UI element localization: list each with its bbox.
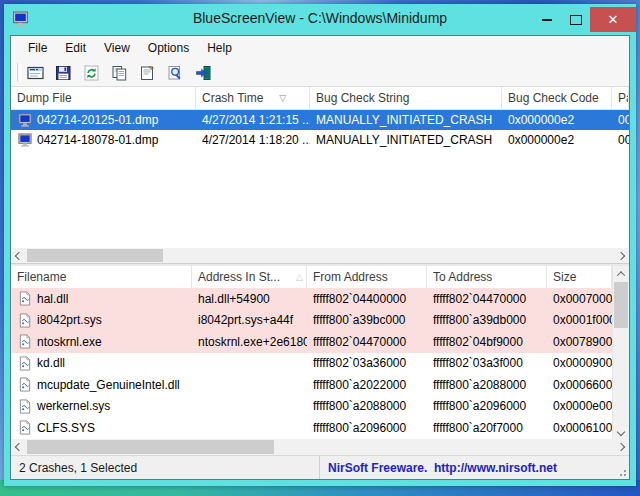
properties-icon: [139, 65, 156, 81]
table-row[interactable]: 042714-20125-01.dmp4/27/2014 1:21:15 ...…: [11, 110, 629, 130]
cell-address-in-stack: hal.dll+54900: [192, 292, 307, 306]
cell-dump-file: 042714-18078-01.dmp: [11, 133, 196, 148]
save-button[interactable]: [51, 62, 76, 84]
menu-edit[interactable]: Edit: [56, 38, 95, 58]
cell-from-address: fffff800`a2022000: [307, 378, 427, 392]
table-row[interactable]: i8042prt.sysi8042prt.sys+a44ffffff800`a3…: [11, 310, 612, 332]
cell-from-address: fffff800`a2096000: [307, 421, 427, 435]
cell-address-in-stack: i8042prt.sys+a44f: [192, 313, 307, 327]
advanced-options-button[interactable]: [23, 62, 48, 84]
status-bar: 2 Crashes, 1 Selected NirSoft Freeware. …: [11, 455, 629, 479]
column-header-bug-check-code[interactable]: Bug Check Code: [502, 87, 612, 109]
scroll-up-icon[interactable]: [613, 266, 629, 281]
maximize-button[interactable]: [561, 7, 590, 32]
save-icon: [55, 65, 72, 81]
cell-bug-check-code: 0x000000e2: [502, 113, 612, 127]
cell-size: 0x00070000: [547, 292, 612, 306]
refresh-icon: [83, 65, 100, 81]
cell-address-in-stack: ntoskrnl.exe+2e6180: [192, 335, 307, 349]
driver-file-icon: [17, 356, 33, 371]
scrollbar-thumb[interactable]: [27, 440, 274, 454]
table-row[interactable]: hal.dllhal.dll+54900fffff802`04400000fff…: [11, 288, 612, 310]
cell-to-address: fffff800`a2096000: [427, 399, 547, 413]
column-header-from-address[interactable]: From Address: [307, 266, 427, 288]
driver-file-icon: [17, 291, 33, 306]
menu-file[interactable]: File: [19, 38, 56, 58]
module-list-horizontal-scrollbar[interactable]: [11, 439, 629, 455]
module-list-body: hal.dllhal.dll+54900fffff802`04400000fff…: [11, 288, 612, 439]
minimize-button[interactable]: [532, 7, 561, 32]
exit-icon: [195, 65, 212, 81]
module-list-vertical-scrollbar[interactable]: [612, 266, 629, 439]
table-row[interactable]: werkernel.sysfffff800`a2088000fffff800`a…: [11, 396, 612, 418]
cell-filename: i8042prt.sys: [11, 313, 192, 328]
column-header-dump-file[interactable]: Dump File: [11, 87, 196, 109]
bluescreenview-window: BlueScreenView - C:\Windows\Minidump ✕ F…: [4, 4, 636, 486]
cell-size: 0x00009000: [547, 356, 612, 370]
menu-help[interactable]: Help: [198, 38, 241, 58]
refresh-button[interactable]: [79, 62, 104, 84]
cell-dump-file: 042714-20125-01.dmp: [11, 113, 196, 128]
nirsoft-link[interactable]: NirSoft Freeware. http://www.nirsoft.net: [328, 461, 557, 475]
cell-to-address: fffff800`a39db000: [427, 313, 547, 327]
table-row[interactable]: CLFS.SYSfffff800`a2096000fffff800`a20f70…: [11, 417, 612, 439]
driver-file-icon: [17, 399, 33, 414]
scrollbar-thumb[interactable]: [27, 249, 163, 262]
column-header-to-address[interactable]: To Address: [427, 266, 547, 288]
cell-to-address: fffff800`a20f7000: [427, 421, 547, 435]
driver-file-icon: [17, 313, 33, 328]
crash-list-header: Dump File Crash Time▽ Bug Check String B…: [11, 87, 629, 110]
module-list: Filename Address In St...△ From Address …: [11, 266, 629, 455]
cell-filename: kd.dll: [11, 356, 192, 371]
cell-size: 0x00066000: [547, 378, 612, 392]
cell-bug-check-string: MANUALLY_INITIATED_CRASH: [310, 133, 502, 147]
scroll-left-icon[interactable]: [11, 439, 27, 455]
cell-from-address: fffff800`a2088000: [307, 399, 427, 413]
client-area: File Edit View Options Help: [10, 35, 630, 480]
titlebar[interactable]: BlueScreenView - C:\Windows\Minidump ✕: [4, 4, 636, 35]
table-row[interactable]: 042714-18078-01.dmp4/27/2014 1:18:20 ...…: [11, 130, 629, 150]
scroll-down-icon[interactable]: [613, 424, 629, 439]
crash-list-body: 042714-20125-01.dmp4/27/2014 1:21:15 ...…: [11, 110, 629, 248]
column-header-parameter-1[interactable]: Pa: [612, 87, 629, 109]
column-header-filename[interactable]: Filename: [11, 266, 192, 288]
status-crash-count: 2 Crashes, 1 Selected: [11, 456, 320, 479]
scroll-left-icon[interactable]: [11, 248, 27, 263]
crash-list-horizontal-scrollbar[interactable]: [11, 248, 629, 263]
table-row[interactable]: mcupdate_GenuineIntel.dllfffff800`a20220…: [11, 374, 612, 396]
cell-bug-check-code: 0x000000e2: [502, 133, 612, 147]
column-header-crash-time[interactable]: Crash Time▽: [196, 87, 310, 109]
cell-from-address: fffff802`04400000: [307, 292, 427, 306]
advanced-options-icon: [27, 65, 44, 81]
column-header-size[interactable]: Size: [547, 266, 612, 288]
cell-to-address: fffff800`a2088000: [427, 378, 547, 392]
table-row[interactable]: kd.dllfffff802`03a36000fffff802`03a3f000…: [11, 353, 612, 375]
scroll-right-icon[interactable]: [613, 439, 629, 455]
dump-file-icon: [17, 113, 33, 128]
exit-button[interactable]: [191, 62, 216, 84]
cell-filename: mcupdate_GenuineIntel.dll: [11, 377, 192, 392]
scroll-right-icon[interactable]: [613, 248, 629, 263]
find-button[interactable]: [163, 62, 188, 84]
close-button[interactable]: ✕: [590, 7, 636, 32]
menu-view[interactable]: View: [95, 38, 139, 58]
cell-filename: CLFS.SYS: [11, 420, 192, 435]
scrollbar-thumb[interactable]: [614, 282, 628, 328]
copy-button[interactable]: [107, 62, 132, 84]
cell-filename: werkernel.sys: [11, 399, 192, 414]
cell-from-address: fffff802`04470000: [307, 335, 427, 349]
resize-grip-icon[interactable]: [617, 467, 627, 477]
sort-descending-icon: ▽: [279, 93, 286, 103]
properties-button[interactable]: [135, 62, 160, 84]
cell-filename: hal.dll: [11, 291, 192, 306]
cell-to-address: fffff802`04bf9000: [427, 335, 547, 349]
table-row[interactable]: ntoskrnl.exentoskrnl.exe+2e6180fffff802`…: [11, 331, 612, 353]
minimize-icon: [542, 19, 552, 21]
copy-icon: [111, 65, 128, 81]
menu-options[interactable]: Options: [139, 38, 198, 58]
column-header-address-in-stack[interactable]: Address In St...△: [192, 266, 307, 288]
column-header-bug-check-string[interactable]: Bug Check String: [310, 87, 502, 109]
cell-parameter-1: 00: [612, 113, 629, 127]
cell-size: 0x00789000: [547, 335, 612, 349]
cell-size: 0x0001f000: [547, 313, 612, 327]
